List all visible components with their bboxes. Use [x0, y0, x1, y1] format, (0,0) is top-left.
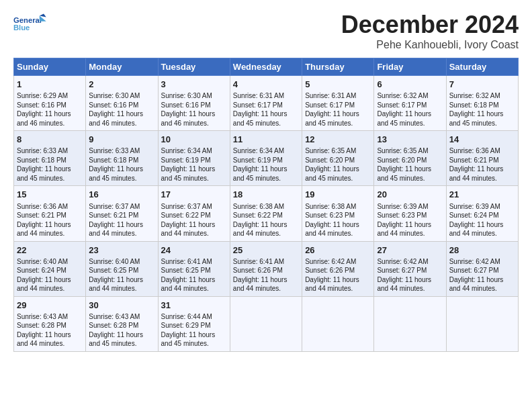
cell-info: Sunrise: 6:31 AM Sunset: 6:17 PM Dayligh…: [233, 91, 299, 128]
calendar-cell: 16Sunrise: 6:37 AM Sunset: 6:21 PM Dayli…: [86, 186, 158, 241]
cell-info: Sunrise: 6:37 AM Sunset: 6:22 PM Dayligh…: [161, 202, 227, 238]
cell-info: Sunrise: 6:40 AM Sunset: 6:24 PM Dayligh…: [17, 257, 83, 293]
header-cell-tuesday: Tuesday: [158, 58, 230, 76]
cell-info: Sunrise: 6:30 AM Sunset: 6:16 PM Dayligh…: [161, 91, 227, 128]
day-number: 20: [377, 189, 443, 201]
calendar-cell: 14Sunrise: 6:36 AM Sunset: 6:21 PM Dayli…: [446, 131, 518, 186]
calendar-cell: 2Sunrise: 6:30 AM Sunset: 6:16 PM Daylig…: [86, 76, 158, 131]
cell-info: Sunrise: 6:43 AM Sunset: 6:28 PM Dayligh…: [89, 312, 154, 349]
cell-info: Sunrise: 6:41 AM Sunset: 6:26 PM Dayligh…: [233, 257, 299, 293]
title-area: December 2024 Pehe Kanhouebli, Ivory Coa…: [341, 11, 519, 51]
calendar-cell: 3Sunrise: 6:30 AM Sunset: 6:16 PM Daylig…: [158, 76, 230, 131]
day-number: 9: [89, 134, 154, 146]
logo-icon: General Blue: [13, 11, 47, 38]
svg-text:General: General: [13, 16, 42, 24]
page: General Blue December 2024 Pehe Kanhoueb…: [0, 0, 532, 411]
month-title: December 2024: [341, 11, 519, 39]
cell-info: Sunrise: 6:42 AM Sunset: 6:27 PM Dayligh…: [449, 257, 515, 293]
calendar-cell: 1Sunrise: 6:29 AM Sunset: 6:16 PM Daylig…: [14, 76, 86, 131]
day-number: 23: [89, 244, 154, 257]
cell-info: Sunrise: 6:33 AM Sunset: 6:18 PM Dayligh…: [17, 146, 83, 183]
calendar-cell: 31Sunrise: 6:44 AM Sunset: 6:29 PM Dayli…: [158, 296, 230, 351]
day-number: 10: [161, 134, 227, 146]
week-row-4: 22Sunrise: 6:40 AM Sunset: 6:24 PM Dayli…: [14, 241, 519, 296]
calendar-cell: 11Sunrise: 6:34 AM Sunset: 6:19 PM Dayli…: [230, 131, 302, 186]
cell-info: Sunrise: 6:44 AM Sunset: 6:29 PM Dayligh…: [161, 312, 227, 349]
calendar-cell: 26Sunrise: 6:42 AM Sunset: 6:26 PM Dayli…: [302, 241, 374, 296]
cell-info: Sunrise: 6:35 AM Sunset: 6:20 PM Dayligh…: [377, 146, 443, 183]
day-number: 30: [89, 300, 154, 312]
cell-info: Sunrise: 6:42 AM Sunset: 6:26 PM Dayligh…: [305, 257, 371, 293]
day-number: 31: [161, 300, 227, 312]
header-cell-thursday: Thursday: [302, 58, 374, 76]
day-number: 6: [377, 79, 443, 91]
cell-info: Sunrise: 6:37 AM Sunset: 6:21 PM Dayligh…: [89, 202, 154, 238]
header-cell-friday: Friday: [374, 58, 446, 76]
calendar-cell: 6Sunrise: 6:32 AM Sunset: 6:17 PM Daylig…: [374, 76, 446, 131]
day-number: 4: [233, 79, 299, 91]
calendar-cell: 7Sunrise: 6:32 AM Sunset: 6:18 PM Daylig…: [446, 76, 518, 131]
day-number: 3: [161, 79, 227, 91]
cell-info: Sunrise: 6:29 AM Sunset: 6:16 PM Dayligh…: [17, 91, 83, 128]
day-number: 5: [305, 79, 371, 91]
calendar-table: SundayMondayTuesdayWednesdayThursdayFrid…: [13, 58, 519, 352]
day-number: 11: [233, 134, 299, 146]
header-cell-sunday: Sunday: [14, 58, 86, 76]
day-number: 14: [449, 134, 515, 146]
cell-info: Sunrise: 6:32 AM Sunset: 6:18 PM Dayligh…: [449, 91, 515, 128]
calendar-cell: 29Sunrise: 6:43 AM Sunset: 6:28 PM Dayli…: [14, 296, 86, 351]
day-number: 12: [305, 134, 371, 146]
calendar-cell: [446, 296, 518, 351]
cell-info: Sunrise: 6:39 AM Sunset: 6:24 PM Dayligh…: [449, 202, 515, 238]
calendar-cell: 9Sunrise: 6:33 AM Sunset: 6:18 PM Daylig…: [86, 131, 158, 186]
cell-info: Sunrise: 6:38 AM Sunset: 6:22 PM Dayligh…: [233, 202, 299, 238]
day-number: 7: [449, 79, 515, 91]
calendar-cell: 18Sunrise: 6:38 AM Sunset: 6:22 PM Dayli…: [230, 186, 302, 241]
calendar-cell: 10Sunrise: 6:34 AM Sunset: 6:19 PM Dayli…: [158, 131, 230, 186]
header-row: SundayMondayTuesdayWednesdayThursdayFrid…: [14, 58, 519, 76]
week-row-3: 15Sunrise: 6:36 AM Sunset: 6:21 PM Dayli…: [14, 186, 519, 241]
cell-info: Sunrise: 6:42 AM Sunset: 6:27 PM Dayligh…: [377, 257, 443, 293]
cell-info: Sunrise: 6:40 AM Sunset: 6:25 PM Dayligh…: [89, 257, 154, 293]
cell-info: Sunrise: 6:34 AM Sunset: 6:19 PM Dayligh…: [233, 146, 299, 183]
cell-info: Sunrise: 6:30 AM Sunset: 6:16 PM Dayligh…: [89, 91, 154, 128]
calendar-cell: 12Sunrise: 6:35 AM Sunset: 6:20 PM Dayli…: [302, 131, 374, 186]
calendar-cell: 24Sunrise: 6:41 AM Sunset: 6:25 PM Dayli…: [158, 241, 230, 296]
week-row-2: 8Sunrise: 6:33 AM Sunset: 6:18 PM Daylig…: [14, 131, 519, 186]
cell-info: Sunrise: 6:31 AM Sunset: 6:17 PM Dayligh…: [305, 91, 371, 128]
calendar-cell: 21Sunrise: 6:39 AM Sunset: 6:24 PM Dayli…: [446, 186, 518, 241]
calendar-cell: [230, 296, 302, 351]
calendar-cell: 17Sunrise: 6:37 AM Sunset: 6:22 PM Dayli…: [158, 186, 230, 241]
calendar-cell: 8Sunrise: 6:33 AM Sunset: 6:18 PM Daylig…: [14, 131, 86, 186]
day-number: 29: [17, 300, 83, 312]
day-number: 24: [161, 244, 227, 257]
week-row-1: 1Sunrise: 6:29 AM Sunset: 6:16 PM Daylig…: [14, 76, 519, 131]
day-number: 17: [161, 189, 227, 201]
calendar-cell: 5Sunrise: 6:31 AM Sunset: 6:17 PM Daylig…: [302, 76, 374, 131]
calendar-cell: 15Sunrise: 6:36 AM Sunset: 6:21 PM Dayli…: [14, 186, 86, 241]
day-number: 27: [377, 244, 443, 257]
day-number: 2: [89, 79, 154, 91]
day-number: 19: [305, 189, 371, 201]
calendar-cell: 4Sunrise: 6:31 AM Sunset: 6:17 PM Daylig…: [230, 76, 302, 131]
svg-text:Blue: Blue: [13, 24, 30, 32]
header-cell-saturday: Saturday: [446, 58, 518, 76]
logo: General Blue: [13, 11, 47, 38]
cell-info: Sunrise: 6:33 AM Sunset: 6:18 PM Dayligh…: [89, 146, 154, 183]
calendar-cell: 22Sunrise: 6:40 AM Sunset: 6:24 PM Dayli…: [14, 241, 86, 296]
header-cell-wednesday: Wednesday: [230, 58, 302, 76]
day-number: 16: [89, 189, 154, 201]
cell-info: Sunrise: 6:35 AM Sunset: 6:20 PM Dayligh…: [305, 146, 371, 183]
calendar-cell: 30Sunrise: 6:43 AM Sunset: 6:28 PM Dayli…: [86, 296, 158, 351]
day-number: 25: [233, 244, 299, 257]
header-cell-monday: Monday: [86, 58, 158, 76]
calendar-cell: 20Sunrise: 6:39 AM Sunset: 6:23 PM Dayli…: [374, 186, 446, 241]
day-number: 1: [17, 79, 83, 91]
day-number: 26: [305, 244, 371, 257]
calendar-cell: [374, 296, 446, 351]
cell-info: Sunrise: 6:36 AM Sunset: 6:21 PM Dayligh…: [449, 146, 515, 183]
day-number: 28: [449, 244, 515, 257]
day-number: 22: [17, 244, 83, 257]
day-number: 21: [449, 189, 515, 201]
calendar-cell: 25Sunrise: 6:41 AM Sunset: 6:26 PM Dayli…: [230, 241, 302, 296]
